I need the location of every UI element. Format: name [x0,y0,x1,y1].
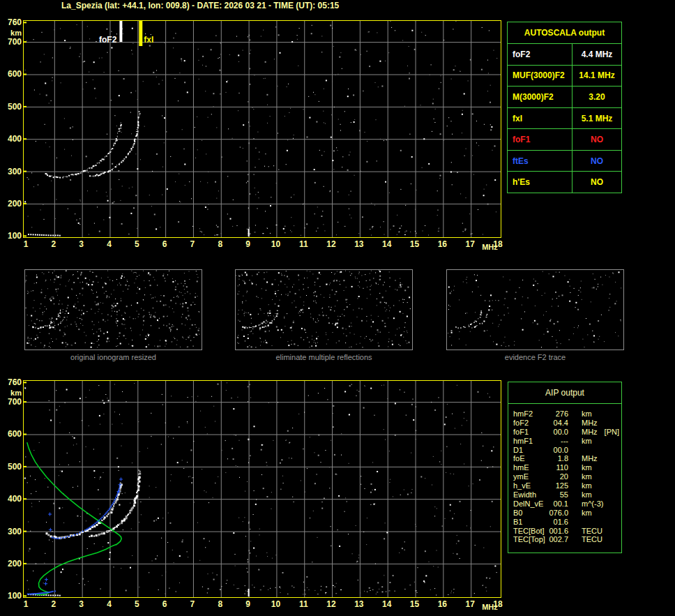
param-value: 00.0 [548,428,568,437]
param-label: foE [513,454,548,463]
param-value: 00.0 [548,446,568,455]
aip-row-tectop: TEC[Top]002.7TECU [513,535,621,544]
autoscala-table-title: AUTOSCALA output [508,22,621,44]
param-note: [PN] [598,428,619,437]
foF2-marker-label: foF2 [99,35,117,45]
param-label: TEC[Top] [513,535,548,544]
autoscala-table-rows: foF24.4 MHzMUF(3000)F214.1 MHzM(3000)F23… [508,44,621,193]
thumbnail-evidence-f2-trace [446,269,624,350]
x-axis-tick: 16 [432,599,453,609]
aip-row-foe: foE1.8MHz [513,454,621,463]
thumbnail-caption: evidence F2 trace [446,353,624,361]
x-axis-tick: 5 [126,239,147,249]
param-unit: m^(-3) [568,499,603,509]
y-axis-tick: 400 [1,134,22,144]
x-axis-tick: 5 [126,599,147,609]
x-axis-tick: 3 [71,599,92,609]
y-axis-tick: 760 [1,17,22,27]
param-unit: km [568,490,592,499]
aip-row-ewidth: Ewidth55km [513,490,621,499]
autoscala-row-m3000f2: M(3000)F23.20 [508,87,621,108]
param-label: TEC[Bot] [513,527,548,536]
param-value: 002.7 [548,535,568,544]
param-unit: km [568,437,592,446]
x-axis-tick: 6 [154,599,175,609]
x-axis-tick: 4 [98,599,119,609]
x-axis-tick: 3 [71,239,92,249]
param-unit [568,518,582,527]
param-label: foF2 [513,419,548,428]
x-axis-unit: MHz [482,603,498,611]
y-axis-tick: 700 [1,37,22,47]
param-value: NO [572,172,621,193]
param-unit: TECU [568,535,602,544]
thumbnail-caption: original ionogram resized [24,353,202,361]
y-axis-tick: 600 [1,69,22,79]
aip-row-hmf1: hmF1---km [513,437,621,446]
x-axis-tick: 1 [15,599,36,609]
param-label: Ewidth [513,490,548,499]
y-axis-tick: 300 [1,527,22,536]
param-unit: km [568,410,592,419]
aip-row-fof1: foF100.0MHz[PN] [513,428,621,437]
param-label: D1 [513,446,548,455]
param-unit: km [568,481,592,490]
x-axis-tick: 14 [377,239,397,249]
aip-row-hme: hmE110km [513,463,621,472]
param-label: h_vE [513,481,548,490]
x-axis-tick: 17 [460,239,480,249]
x-axis-tick: 17 [460,599,480,609]
station-title: La_Spezia (lat: +44.1, lon: 009.8) - DAT… [61,1,339,10]
aip-table-title: AIP output [508,382,621,404]
x-axis-tick: 4 [98,239,119,249]
param-value: 125 [548,481,568,490]
aip-row-delnve: DelN_vE00.1m^(-3) [513,499,621,509]
param-label: foF1 [508,129,572,150]
autoscala-row-fof2: foF24.4 MHz [508,44,621,66]
param-label: B0 [513,509,548,518]
param-label: fxI [508,108,572,129]
autoscala-output-table: AUTOSCALA output foF24.4 MHzMUF(3000)F21… [507,22,622,193]
x-axis-tick: 15 [404,599,425,609]
param-unit: km [568,472,592,481]
param-unit: MHz [568,428,598,437]
param-label: foF1 [513,428,548,437]
thumbnail-eliminate-reflections [235,269,413,350]
thumbnail-caption: eliminate multiple reflections [235,353,413,361]
y-axis-unit: km [1,389,22,397]
param-label: DelN_vE [513,499,548,509]
x-axis-tick: 6 [154,239,175,249]
param-label: h'Es [508,172,572,193]
param-value: 00.1 [548,499,568,509]
autoscala-row-fxi: fxI5.1 MHz [508,108,621,130]
param-value: NO [572,151,621,172]
y-axis-unit: km [1,29,22,37]
x-axis-tick: 13 [349,239,370,249]
x-axis-tick: 10 [265,599,286,609]
param-unit [568,446,582,455]
y-axis-tick: 700 [1,397,22,407]
y-axis-tick: 500 [1,462,22,472]
param-unit: km [568,463,592,472]
param-value: 14.1 MHz [572,66,621,87]
param-value: 04.4 [548,419,568,428]
param-unit: MHz [568,454,598,463]
autoscala-row-fof1: foF1NO [508,129,621,151]
param-label: foF2 [508,44,572,65]
param-value: 001.6 [548,527,568,536]
x-axis-unit: MHz [482,243,498,251]
x-axis-tick: 15 [404,239,425,249]
bottom-ionogram-plot [23,380,501,598]
param-value: 276 [548,410,568,419]
autoscala-row-ftes: ftEsNO [508,151,621,172]
aip-row-hmf2: hmF2276km [513,410,621,419]
param-label: B1 [513,518,548,527]
param-unit: MHz [568,419,598,428]
param-value: 076.0 [548,509,568,518]
x-axis-tick: 1 [15,239,36,249]
y-axis-tick: 600 [1,429,22,439]
param-value: 20 [548,472,568,481]
param-unit: km [568,509,592,518]
aip-row-b1: B101.6 [513,518,621,527]
param-value: 3.20 [572,87,621,107]
